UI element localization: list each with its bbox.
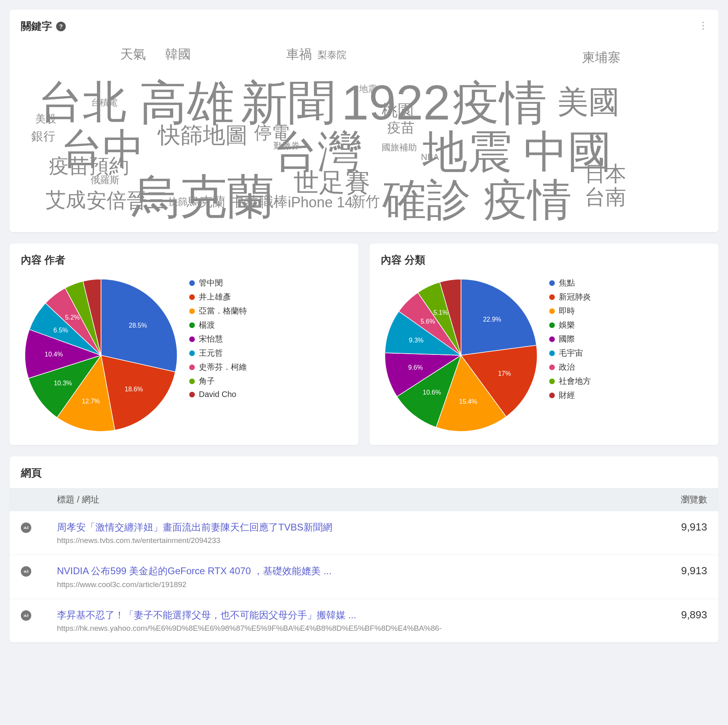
legend-dot <box>549 280 555 286</box>
legend-item[interactable]: David Cho <box>189 390 347 399</box>
legend-item[interactable]: 王元哲 <box>189 348 347 358</box>
legend-dot <box>189 350 195 356</box>
legend-dot <box>189 322 195 328</box>
legend-item[interactable]: 新冠肺炎 <box>549 292 707 302</box>
legend-dot <box>189 294 195 300</box>
analytics-icon[interactable] <box>21 522 31 533</box>
wordcloud-word[interactable]: 韓國 <box>165 48 191 61</box>
legend-dot <box>549 350 555 356</box>
legend-label: 即時 <box>559 306 575 316</box>
legend-item[interactable]: 財經 <box>549 390 707 401</box>
pie-slice-label: 28.5% <box>129 322 147 329</box>
legend-dot <box>549 294 555 300</box>
legend-label: 新冠肺炎 <box>559 292 591 302</box>
wordcloud-word[interactable]: 世足賽 <box>293 170 370 195</box>
wordcloud-word[interactable]: 快篩地圖 <box>158 124 248 146</box>
wordcloud-word[interactable]: 中華職棒 <box>230 194 288 209</box>
legend-item[interactable]: 史蒂芬．柯維 <box>189 362 347 373</box>
wordcloud-word[interactable]: 安倍晉三 <box>87 190 167 211</box>
legend-item[interactable]: 角子 <box>189 376 347 387</box>
wordcloud-word[interactable]: 快篩 <box>168 197 188 207</box>
more-menu-icon[interactable] <box>699 19 707 32</box>
row-title-link[interactable]: NVIDIA 公布599 美金起的GeForce RTX 4070 ，基礎效能媲… <box>57 565 643 577</box>
legend-label: David Cho <box>199 390 236 399</box>
wordcloud-word[interactable]: 疫苗預約 <box>49 156 129 176</box>
legend-label: 政治 <box>559 362 575 373</box>
wordcloud-word[interactable]: 疫苗 <box>387 121 415 134</box>
col-views-header: 瀏覽數 <box>643 494 707 506</box>
legend-dot <box>189 336 195 342</box>
legend-item[interactable]: 政治 <box>549 362 707 373</box>
pie-slice-label: 5.1% <box>433 309 448 316</box>
wordcloud-word[interactable]: 台灣 <box>273 130 362 174</box>
pages-title: 網頁 <box>10 456 718 488</box>
keywords-title: 關鍵字 ? <box>21 19 707 33</box>
wordcloud-word[interactable]: 梨泰院 <box>317 50 346 60</box>
pie-slice-label: 17% <box>498 370 511 377</box>
pie-slice-label: 12.7% <box>82 398 100 405</box>
category-legend: 焦點新冠肺炎即時娛樂國際毛宇宙政治社會地方財經 <box>549 275 707 404</box>
wordcloud-word[interactable]: 美股 <box>35 113 56 124</box>
legend-dot <box>549 379 555 384</box>
wordcloud-word[interactable]: 天氣 <box>120 48 146 61</box>
legend-item[interactable]: 國際 <box>549 334 707 344</box>
pages-table-body: 周孝安「激情交纏洋妞」畫面流出前妻陳天仁回應了TVBS新聞網https://ne… <box>10 511 718 642</box>
wordcloud-word[interactable]: NBA <box>421 153 439 162</box>
legend-item[interactable]: 毛宇宙 <box>549 348 707 358</box>
wordcloud-word[interactable]: 車禍 <box>286 48 312 61</box>
wordcloud-word[interactable]: 確診 <box>382 178 471 222</box>
legend-dot <box>549 365 555 370</box>
wordcloud-word[interactable]: 國旅補助 <box>382 143 417 152</box>
wordcloud-word[interactable]: 台南 <box>584 186 626 207</box>
wordcloud-word[interactable]: 柬埔寨 <box>582 51 621 64</box>
legend-item[interactable]: 宋怡慧 <box>189 334 347 344</box>
wordcloud-word[interactable]: iPhone 14 <box>288 195 353 210</box>
row-views: 9,893 <box>643 609 707 621</box>
legend-item[interactable]: 社會地方 <box>549 376 707 387</box>
row-url: https://news.tvbs.com.tw/entertainment/2… <box>57 536 643 545</box>
wordcloud-word[interactable]: 疫情 <box>452 79 547 126</box>
legend-item[interactable]: 焦點 <box>549 277 707 288</box>
wordcloud-word[interactable]: 俄羅斯 <box>91 175 119 185</box>
wordcloud-word[interactable]: 烏克蘭 <box>187 195 225 208</box>
pie-slice-label: 10.3% <box>54 380 72 387</box>
wordcloud-word[interactable]: 新竹 <box>351 194 380 209</box>
wordcloud-word[interactable]: 日本 <box>584 163 626 184</box>
legend-item[interactable]: 即時 <box>549 306 707 316</box>
legend-item[interactable]: 娛樂 <box>549 320 707 330</box>
pie-slice-label: 6.5% <box>53 327 68 334</box>
wordcloud-word[interactable]: 桃園 <box>382 102 414 118</box>
pie-slice-label: 22.9% <box>483 316 501 323</box>
table-row: 李昇基不忍了！「妻子不能選擇父母，也不可能因父母分手」搬韓媒 ...https:… <box>10 599 718 642</box>
legend-item[interactable]: 井上雄彥 <box>189 292 347 302</box>
legend-item[interactable]: 管中閔 <box>189 277 347 288</box>
wordcloud-word[interactable]: 艾成 <box>46 190 86 210</box>
legend-label: 亞當．格蘭特 <box>199 306 247 316</box>
legend-dot <box>549 322 555 328</box>
row-title-link[interactable]: 周孝安「激情交纏洋妞」畫面流出前妻陳天仁回應了TVBS新聞網 <box>57 521 643 534</box>
legend-dot <box>549 336 555 342</box>
help-icon[interactable]: ? <box>56 22 66 31</box>
legend-label: 毛宇宙 <box>559 348 583 358</box>
legend-item[interactable]: 楊渡 <box>189 320 347 330</box>
legend-label: 財經 <box>559 390 575 401</box>
legend-item[interactable]: 亞當．格蘭特 <box>189 306 347 316</box>
pages-card: 網頁 標題 / 網址 瀏覽數 周孝安「激情交纏洋妞」畫面流出前妻陳天仁回應了TV… <box>10 456 718 642</box>
analytics-icon[interactable] <box>21 566 31 577</box>
wordcloud-word[interactable]: 新聞 <box>241 79 335 126</box>
wordcloud-word[interactable]: 銀行 <box>31 130 55 142</box>
wordcloud-word[interactable]: 美國 <box>557 86 620 117</box>
table-row: 周孝安「激情交纏洋妞」畫面流出前妻陳天仁回應了TVBS新聞網https://ne… <box>10 511 718 555</box>
row-title-link[interactable]: 李昇基不忍了！「妻子不能選擇父母，也不可能因父母分手」搬韓媒 ... <box>57 609 643 622</box>
wordcloud-word[interactable]: 疫情 <box>483 178 572 222</box>
analytics-icon[interactable] <box>21 610 31 621</box>
legend-label: 國際 <box>559 334 575 344</box>
legend-dot <box>189 308 195 314</box>
category-title: 內容 分類 <box>381 253 707 267</box>
wordcloud-word[interactable]: 地震 <box>359 85 377 93</box>
wordcloud-word[interactable]: 勤激券 <box>273 142 300 150</box>
pie-slice-label: 10.6% <box>423 389 441 396</box>
wordcloud-word[interactable]: 高雄 <box>140 79 234 126</box>
pie-slice-label: 15.4% <box>459 398 477 405</box>
wordcloud-word[interactable]: 台積電 <box>91 98 117 107</box>
